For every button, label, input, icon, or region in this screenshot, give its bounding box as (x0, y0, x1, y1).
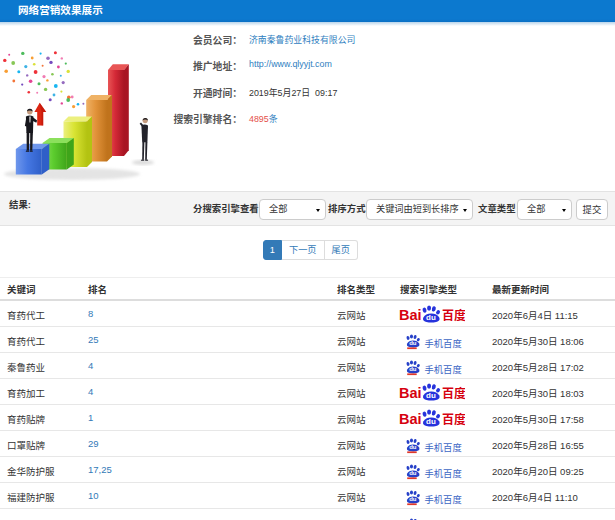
svg-text:du: du (426, 313, 436, 322)
svg-text:Bai: Bai (399, 385, 422, 401)
svg-text:Bai: Bai (399, 411, 422, 427)
svg-text:du: du (409, 366, 417, 372)
svg-text:百度: 百度 (442, 306, 465, 323)
svg-text:Bai: Bai (399, 307, 422, 323)
svg-text:du: du (426, 417, 436, 426)
svg-text:du: du (409, 470, 417, 476)
svg-text:du: du (409, 444, 417, 450)
svg-text:du: du (409, 496, 417, 502)
svg-text:du: du (409, 340, 417, 346)
svg-text:du: du (426, 391, 436, 400)
svg-text:百度: 百度 (442, 410, 465, 427)
svg-text:百度: 百度 (442, 384, 465, 401)
